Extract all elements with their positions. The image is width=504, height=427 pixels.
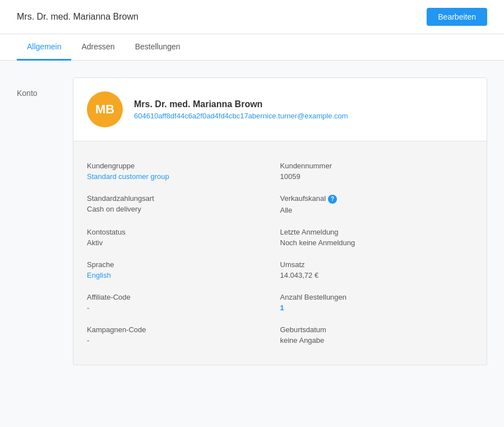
detail-label: Standardzahlungsart [87,194,271,203]
tab-bestellungen[interactable]: Bestellungen [125,34,191,61]
profile-info: Mrs. Dr. med. Marianna Brown 604610aff8d… [134,99,348,120]
tabs-bar: Allgemein Adressen Bestellungen [0,34,504,61]
detail-item: KontostatusAktiv [87,221,280,254]
detail-item: Verkaufskanal?Alle [280,187,474,221]
detail-label: Kontostatus [87,228,271,236]
detail-label: Kampagnen-Code [87,325,271,334]
detail-label: Anzahl Bestellungen [280,293,465,301]
detail-value: - [87,304,271,312]
top-bar: Mrs. Dr. med. Marianna Brown Bearbeiten [0,0,504,34]
detail-label: Sprache [87,260,271,269]
profile-email-hash: 604610aff8df44c6a2f0ad4fd4cbc17a [134,112,252,120]
detail-value[interactable]: Standard customer group [87,172,271,181]
avatar: MB [87,91,123,127]
detail-label: Verkaufskanal? [280,194,465,204]
content-area: MB Mrs. Dr. med. Marianna Brown 604610af… [73,77,487,365]
tab-allgemein[interactable]: Allgemein [17,34,71,61]
profile-email-address: bernice.turner@example.com [252,112,348,120]
detail-label: Kundengruppe [87,162,271,170]
details-grid: KundengruppeStandard customer groupKunde… [87,155,473,351]
detail-item: Geburtsdatumkeine Angabe [280,319,474,351]
detail-value: Alle [280,206,465,214]
detail-label: Letzte Anmeldung [280,228,465,236]
detail-value: 10059 [280,172,465,181]
detail-item: Letzte AnmeldungNoch keine Anmeldung [280,221,474,254]
detail-item: Anzahl Bestellungen1 [280,286,474,319]
detail-item: Umsatz14.043,72 € [280,254,474,286]
detail-value: 1 [280,304,465,312]
main-content: Konto MB Mrs. Dr. med. Marianna Brown 60… [0,61,504,382]
detail-item: StandardzahlungsartCash on delivery [87,187,280,221]
section-label: Konto [17,77,62,365]
detail-label: Kundennummer [280,162,465,170]
detail-value[interactable]: English [87,271,271,279]
detail-value: Noch keine Anmeldung [280,238,465,247]
profile-name: Mrs. Dr. med. Marianna Brown [134,99,348,109]
tab-adressen[interactable]: Adressen [71,34,124,61]
details-card: KundengruppeStandard customer groupKunde… [73,141,487,365]
page-title: Mrs. Dr. med. Marianna Brown [17,12,138,22]
profile-email[interactable]: 604610aff8df44c6a2f0ad4fd4cbc17abernice.… [134,112,348,120]
profile-card: MB Mrs. Dr. med. Marianna Brown 604610af… [73,77,487,141]
detail-label: Geburtsdatum [280,325,465,334]
detail-item: Affiliate-Code- [87,286,280,319]
detail-item: SpracheEnglish [87,254,280,286]
edit-button[interactable]: Bearbeiten [427,8,487,26]
detail-value: Aktiv [87,238,271,247]
detail-value: - [87,336,271,345]
help-icon[interactable]: ? [328,195,337,204]
detail-label: Umsatz [280,260,465,269]
detail-value: Cash on delivery [87,205,271,213]
detail-item: KundengruppeStandard customer group [87,155,280,187]
detail-label: Affiliate-Code [87,293,271,301]
avatar-initials: MB [95,102,114,117]
detail-item: Kundennummer10059 [280,155,474,187]
detail-value: 14.043,72 € [280,271,465,279]
detail-value: keine Angabe [280,336,465,345]
detail-item: Kampagnen-Code- [87,319,280,351]
